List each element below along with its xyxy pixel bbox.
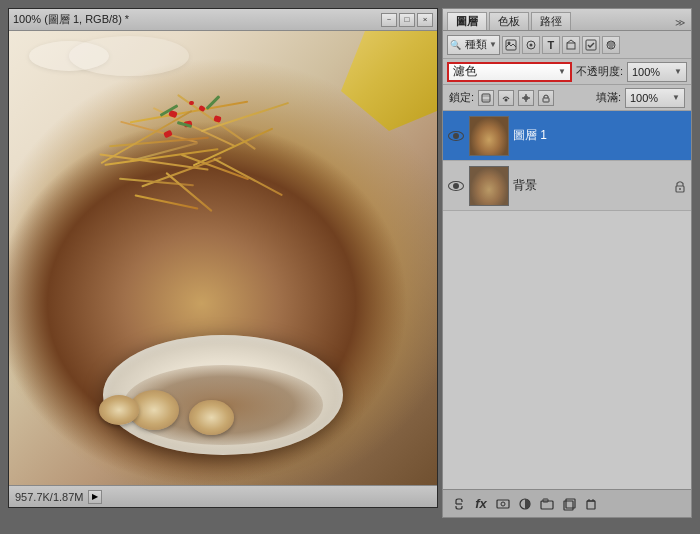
- layer-1-lock-icon: [673, 178, 687, 194]
- fill-dropdown-arrow: ▼: [672, 93, 680, 102]
- lock-row: 鎖定: 填滿: 100% ▼: [443, 85, 691, 111]
- lock-all-icon[interactable]: [538, 90, 554, 106]
- scallop-2: [189, 400, 234, 435]
- shredded-food: [89, 91, 349, 311]
- new-layer-button[interactable]: [559, 494, 579, 514]
- image-title: 100% (圖層 1, RGB/8) *: [13, 12, 381, 27]
- image-window: 100% (圖層 1, RGB/8) * － □ ×: [8, 8, 438, 508]
- new-adjustment-layer-button[interactable]: [515, 494, 535, 514]
- svg-point-3: [529, 43, 532, 46]
- delete-layer-button[interactable]: [581, 494, 601, 514]
- svg-rect-4: [567, 43, 575, 49]
- svg-point-22: [501, 502, 505, 506]
- food-photo: [9, 31, 437, 485]
- eye-icon-0: [448, 131, 464, 141]
- image-statusbar: 957.7K/1.87M ▶: [9, 485, 437, 507]
- link-layers-button[interactable]: [449, 494, 469, 514]
- layer-item-0[interactable]: 圖層 1: [443, 111, 691, 161]
- fill-label: 填滿:: [596, 90, 621, 105]
- layers-list: 圖層 1 背景: [443, 111, 691, 495]
- search-icon: 🔍: [450, 40, 461, 50]
- photoshop-window: 100% (圖層 1, RGB/8) * － □ ×: [0, 0, 700, 534]
- window-controls: － □ ×: [381, 13, 433, 27]
- layer-item-1[interactable]: 背景: [443, 161, 691, 211]
- close-button[interactable]: ×: [417, 13, 433, 27]
- toolbar-image-icon[interactable]: [502, 36, 520, 54]
- status-info: 957.7K/1.87M: [15, 491, 84, 503]
- svg-rect-30: [587, 501, 595, 509]
- layer-1-visibility[interactable]: [447, 177, 465, 195]
- opacity-select[interactable]: 100% ▼: [627, 62, 687, 82]
- opacity-label: 不透明度:: [576, 64, 623, 79]
- maximize-button[interactable]: □: [399, 13, 415, 27]
- layer-0-visibility[interactable]: [447, 127, 465, 145]
- image-titlebar: 100% (圖層 1, RGB/8) * － □ ×: [9, 9, 437, 31]
- panel-collapse-button[interactable]: ≫: [673, 15, 687, 30]
- svg-rect-26: [564, 501, 573, 510]
- lock-label: 鎖定:: [449, 90, 474, 105]
- layer-1-name: 背景: [513, 177, 669, 194]
- svg-rect-17: [543, 98, 549, 102]
- panel-bottom-bar: fx: [443, 489, 691, 517]
- toolbar-shape-icon[interactable]: [562, 36, 580, 54]
- svg-point-19: [679, 188, 681, 190]
- fill-select[interactable]: 100% ▼: [625, 88, 685, 108]
- svg-point-13: [505, 98, 508, 101]
- layer-1-thumb-content: [470, 167, 508, 205]
- panel-toolbar: 🔍 種類 ▼ T: [443, 31, 691, 59]
- layer-1-thumbnail: [469, 166, 509, 206]
- filter-dropdown-arrow: ▼: [489, 40, 497, 49]
- add-effect-button[interactable]: fx: [471, 494, 491, 514]
- layer-0-thumb-content: [470, 117, 508, 155]
- blend-opacity-row: 濾色 ▼ 不透明度: 100% ▼: [443, 59, 691, 85]
- opacity-dropdown-arrow: ▼: [674, 67, 682, 76]
- add-mask-button[interactable]: [493, 494, 513, 514]
- layer-0-thumbnail: [469, 116, 509, 156]
- lock-pixels-icon[interactable]: [478, 90, 494, 106]
- blend-mode-select[interactable]: 濾色 ▼: [447, 62, 572, 82]
- panel-content: 圖層 色板 路徑 ≫ 🔍 種類 ▼: [443, 9, 691, 495]
- photo-canvas: [9, 31, 437, 485]
- svg-rect-27: [566, 499, 575, 508]
- blend-dropdown-arrow: ▼: [558, 67, 566, 76]
- bg-plate-2: [69, 36, 189, 76]
- scallop-3: [99, 395, 139, 425]
- svg-rect-10: [482, 94, 490, 102]
- filter-kind-select[interactable]: 🔍 種類 ▼: [447, 35, 500, 55]
- tab-paths[interactable]: 路徑: [531, 12, 571, 30]
- layers-panel: 圖層 色板 路徑 ≫ 🔍 種類 ▼: [442, 8, 692, 518]
- panel-tabs: 圖層 色板 路徑 ≫: [443, 9, 691, 31]
- lock-position-icon[interactable]: [518, 90, 534, 106]
- red-pepper-4: [163, 130, 173, 139]
- eye-icon-1: [448, 181, 464, 191]
- status-arrow-button[interactable]: ▶: [88, 490, 102, 504]
- tab-channels[interactable]: 色板: [489, 12, 529, 30]
- new-group-button[interactable]: [537, 494, 557, 514]
- toolbar-text-icon[interactable]: T: [542, 36, 560, 54]
- tab-layers[interactable]: 圖層: [447, 12, 487, 30]
- toolbar-filter-icon[interactable]: [602, 36, 620, 54]
- panel-bottom-icons: fx: [449, 494, 601, 514]
- svg-rect-21: [497, 500, 509, 508]
- lock-image-icon[interactable]: [498, 90, 514, 106]
- toolbar-circle-icon[interactable]: [522, 36, 540, 54]
- toolbar-fx-icon[interactable]: [582, 36, 600, 54]
- minimize-button[interactable]: －: [381, 13, 397, 27]
- layer-0-name: 圖層 1: [513, 127, 687, 144]
